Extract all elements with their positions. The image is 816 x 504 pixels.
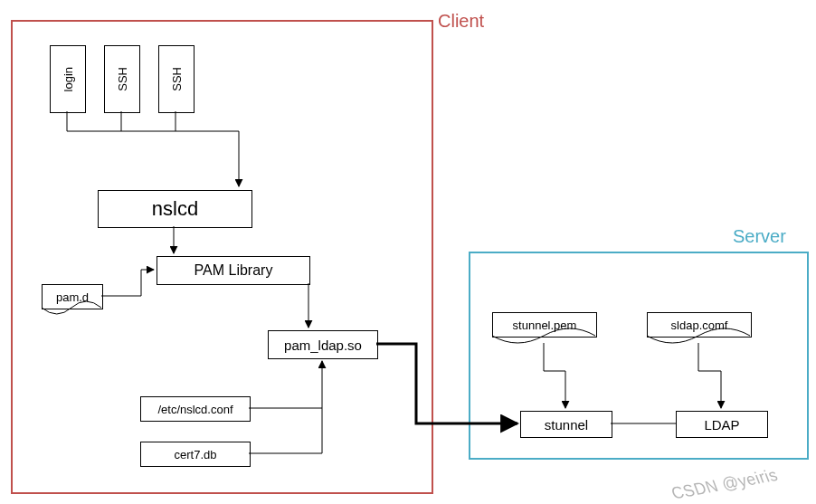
node-cert7-db: cert7.db: [140, 442, 251, 467]
diagram-canvas: { "regions": { "client": "Client", "serv…: [0, 0, 816, 504]
node-pam-d: pam.d: [42, 284, 103, 309]
node-ssh-2: SSH: [158, 45, 195, 113]
server-region-label: Server: [733, 226, 786, 247]
node-stunnel: stunnel: [520, 411, 612, 438]
node-login: login: [50, 45, 86, 113]
node-ssh-1: SSH: [104, 45, 140, 113]
node-pam-ldap-so: pam_ldap.so: [268, 330, 378, 359]
node-nslcd-conf: /etc/nslcd.conf: [140, 396, 251, 422]
node-pam-library: PAM Library: [157, 256, 310, 285]
client-region-label: Client: [438, 11, 484, 32]
watermark: CSDN @yeiris: [669, 466, 781, 504]
node-sldap-conf: sldap.comf: [647, 312, 752, 338]
node-nslcd: nslcd: [98, 190, 252, 228]
node-ldap: LDAP: [676, 411, 768, 438]
node-stunnel-pem: stunnel.pem: [492, 312, 597, 338]
